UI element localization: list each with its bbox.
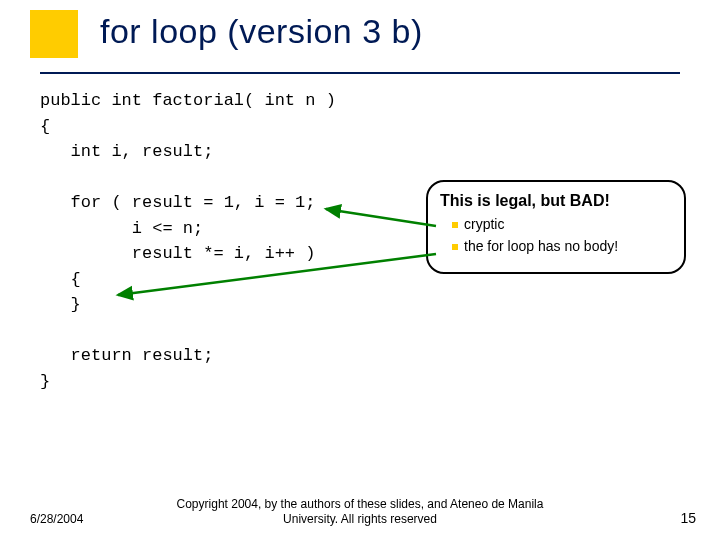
- code-block: public int factorial( int n ) { int i, r…: [40, 88, 336, 394]
- svg-line-0: [326, 209, 436, 226]
- callout-box: This is legal, but BAD! cryptic the for …: [426, 180, 686, 274]
- slide-number: 15: [680, 510, 696, 526]
- slide-title: for loop (version 3 b): [100, 12, 423, 51]
- title-rule: [40, 72, 680, 74]
- accent-square: [30, 10, 78, 58]
- callout-item: cryptic: [452, 216, 672, 232]
- footer-copyright: Copyright 2004, by the authors of these …: [170, 497, 550, 528]
- callout-item: the for loop has no body!: [452, 238, 672, 254]
- footer-date: 6/28/2004: [30, 512, 83, 526]
- callout-heading: This is legal, but BAD!: [440, 192, 672, 210]
- callout-list: cryptic the for loop has no body!: [440, 216, 672, 254]
- slide: for loop (version 3 b) public int factor…: [0, 0, 720, 540]
